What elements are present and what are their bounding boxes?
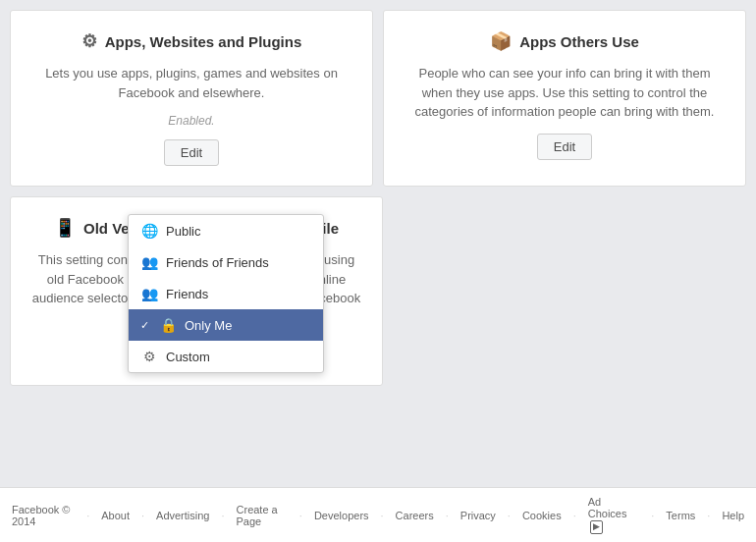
apps-others-card: 📦 Apps Others Use People who can see you… [383, 10, 746, 187]
people-icon: 👥 [140, 254, 158, 270]
audience-dropdown: 🌐 Public 👥 Friends of Friends 👥 Friends … [128, 214, 324, 373]
apps-others-edit-button[interactable]: Edit [537, 134, 592, 160]
footer: Facebook © 2014 · About · Advertising · … [0, 487, 756, 542]
apps-others-desc: People who can see your info can bring i… [404, 64, 726, 122]
dropdown-item-fof-label: Friends of Friends [166, 255, 269, 270]
footer-careers[interactable]: Careers [396, 510, 434, 521]
dropdown-item-friends[interactable]: 👥 Friends [129, 278, 323, 309]
apps-plugins-edit-button[interactable]: Edit [164, 139, 219, 166]
friends-icon: 👥 [140, 286, 158, 301]
footer-create-page[interactable]: Create a Page [237, 504, 288, 527]
dropdown-item-only-me-label: Only Me [185, 318, 232, 333]
dropdown-item-public[interactable]: 🌐 Public [129, 215, 323, 246]
custom-icon: ⚙ [140, 349, 158, 364]
apps-plugins-title: Apps, Websites and Plugins [30, 30, 352, 52]
gear-icon [81, 30, 97, 52]
mobile-icon: 📱 [54, 217, 76, 239]
footer-help[interactable]: Help [722, 510, 744, 521]
dropdown-item-friends-label: Friends [166, 287, 208, 301]
footer-terms[interactable]: Terms [666, 510, 695, 521]
box-icon: 📦 [490, 30, 512, 52]
footer-copyright: Facebook © 2014 [12, 504, 75, 527]
apps-plugins-card: Apps, Websites and Plugins Lets you use … [10, 10, 373, 187]
footer-advertising[interactable]: Advertising [156, 510, 209, 521]
apps-others-title: 📦 Apps Others Use [404, 30, 726, 52]
apps-plugins-status: Enabled. [30, 114, 352, 128]
footer-about[interactable]: About [101, 510, 130, 521]
dropdown-item-custom-label: Custom [166, 350, 210, 364]
ad-choices-icon: ▶ [590, 520, 603, 534]
dropdown-item-public-label: Public [166, 224, 200, 239]
footer-ad-choices[interactable]: Ad Choices▶ [588, 496, 640, 534]
lock-icon-dropdown: 🔒 [159, 317, 177, 333]
dropdown-item-custom[interactable]: ⚙ Custom [129, 341, 323, 372]
dropdown-item-friends-of-friends[interactable]: 👥 Friends of Friends [129, 246, 323, 278]
footer-privacy[interactable]: Privacy [460, 510, 496, 521]
globe-icon: 🌐 [140, 223, 158, 239]
footer-developers[interactable]: Developers [314, 510, 369, 521]
check-icon: ✓ [140, 319, 149, 332]
footer-cookies[interactable]: Cookies [522, 510, 562, 521]
apps-plugins-desc: Lets you use apps, plugins, games and we… [30, 64, 352, 102]
dropdown-item-only-me[interactable]: ✓ 🔒 Only Me [129, 309, 323, 341]
